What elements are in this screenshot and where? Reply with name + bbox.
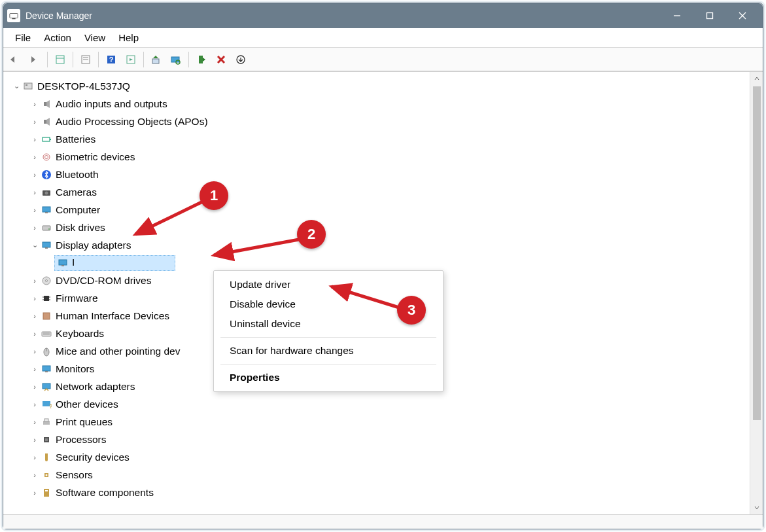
tree-item-label: Cameras (56, 186, 97, 198)
scroll-up-icon[interactable] (750, 72, 763, 85)
svg-point-33 (48, 228, 50, 230)
expand-icon[interactable]: › (29, 100, 40, 108)
tree-item[interactable]: ›Audio Processing Objects (APOs) (29, 113, 750, 130)
minimize-button[interactable] (661, 3, 693, 28)
tree-item[interactable]: ›Security devices (29, 448, 750, 466)
tree-item[interactable]: ›Sensors (29, 466, 750, 484)
expand-icon[interactable]: › (29, 171, 40, 179)
scroll-down-icon[interactable] (750, 501, 763, 514)
callout-2: 2 (297, 220, 326, 249)
svg-rect-36 (59, 260, 67, 265)
expand-icon[interactable]: › (29, 471, 40, 479)
expand-icon[interactable]: › (29, 347, 40, 355)
close-button[interactable] (726, 3, 759, 28)
expand-icon[interactable]: › (29, 489, 40, 497)
callout-3: 3 (397, 296, 426, 325)
expand-icon[interactable]: › (29, 224, 40, 232)
svg-rect-19 (24, 83, 32, 89)
expand-icon[interactable]: › (29, 118, 40, 126)
tree-child[interactable]: I (44, 254, 750, 272)
svg-rect-17 (199, 56, 203, 63)
gpu-icon (56, 257, 69, 270)
svg-rect-3 (707, 13, 713, 19)
tree-root[interactable]: ⌄DESKTOP-4L537JQ (11, 77, 750, 95)
update-driver-button[interactable] (147, 50, 165, 69)
fingerprint-icon (40, 151, 53, 164)
tree-item[interactable]: ›Computer (29, 201, 750, 219)
tree-item[interactable]: ›Print queues (29, 413, 750, 431)
tree-item[interactable]: ›Processors (29, 431, 750, 448)
keyboard-icon (40, 327, 53, 340)
expand-icon[interactable]: › (29, 453, 40, 461)
tree-item[interactable]: ›Bluetooth (29, 166, 750, 183)
svg-point-26 (45, 155, 48, 158)
expand-icon[interactable]: › (29, 135, 40, 143)
tree-item-label: Audio Processing Objects (APOs) (56, 116, 208, 128)
tree-item-label: Disk drives (56, 222, 105, 234)
menu-scan-hardware[interactable]: Scan for hardware changes (214, 341, 443, 361)
svg-rect-30 (43, 207, 50, 212)
printer-icon (40, 416, 53, 429)
svg-rect-6 (56, 56, 64, 63)
tree-item[interactable]: ›Cameras (29, 183, 750, 201)
back-button[interactable] (6, 50, 24, 69)
down-button[interactable] (232, 50, 250, 69)
selected-device[interactable]: I (54, 255, 175, 271)
vertical-scrollbar[interactable] (750, 72, 763, 514)
expand-icon[interactable]: › (29, 330, 40, 338)
svg-rect-45 (43, 313, 50, 319)
tree-item[interactable]: ›Software components (29, 484, 750, 501)
menu-separator (220, 337, 436, 338)
tree-item[interactable]: ›Batteries (29, 130, 750, 148)
expand-icon[interactable]: › (29, 294, 40, 302)
menu-properties[interactable]: Properties (214, 368, 443, 387)
tree-item-label: DVD/CD-ROM drives (56, 275, 151, 287)
expand-icon[interactable]: › (29, 418, 40, 426)
menu-file[interactable]: File (9, 31, 37, 44)
scan-hardware-button[interactable] (167, 50, 185, 69)
menu-help[interactable]: Help (112, 31, 145, 44)
uninstall-button[interactable] (212, 50, 230, 69)
menu-update-driver[interactable]: Update driver (214, 275, 443, 294)
menu-view[interactable]: View (78, 31, 112, 44)
forward-button[interactable] (26, 50, 44, 69)
tree-item[interactable]: ›Biometric devices (29, 148, 750, 166)
expand-icon[interactable]: › (29, 436, 40, 444)
expand-icon[interactable]: › (29, 365, 40, 373)
properties-button[interactable] (77, 50, 95, 69)
enable-device-button[interactable] (192, 50, 211, 69)
maximize-button[interactable] (693, 3, 726, 28)
svg-rect-15 (171, 57, 179, 62)
tree-item[interactable]: ›?Other devices (29, 395, 750, 413)
expand-icon[interactable]: › (29, 153, 40, 161)
tree-item[interactable]: ⌄Display adapters (29, 236, 750, 254)
svg-rect-59 (45, 438, 48, 441)
tree-item[interactable]: ›Audio inputs and outputs (29, 95, 750, 113)
expand-icon[interactable]: › (29, 277, 40, 285)
collapse-icon[interactable]: ⌄ (11, 82, 22, 90)
titlebar[interactable]: Device Manager (3, 3, 763, 28)
tree-item-label: Print queues (56, 416, 113, 428)
tree-item-label: Monitors (56, 363, 94, 375)
menu-action[interactable]: Action (37, 31, 78, 44)
svg-text:?: ? (109, 56, 114, 63)
network-icon (40, 380, 53, 393)
sensor-icon (40, 469, 53, 482)
expand-icon[interactable]: › (29, 383, 40, 391)
tree-item[interactable]: ›Disk drives (29, 219, 750, 236)
expand-icon[interactable]: ⌄ (29, 241, 40, 249)
expand-icon[interactable]: › (29, 312, 40, 320)
expand-icon[interactable]: › (29, 400, 40, 408)
action-button[interactable] (122, 50, 140, 69)
expand-icon[interactable]: › (29, 206, 40, 214)
svg-rect-65 (45, 490, 48, 491)
help-button[interactable]: ? (102, 50, 120, 69)
component-icon (40, 486, 53, 499)
svg-rect-40 (44, 296, 49, 301)
monitor-icon (40, 239, 53, 252)
svg-rect-34 (43, 242, 50, 247)
tree-item-label: Display adapters (56, 239, 131, 251)
show-hidden-button[interactable] (51, 50, 69, 69)
expand-icon[interactable]: › (29, 188, 40, 196)
scroll-thumb[interactable] (753, 86, 761, 420)
